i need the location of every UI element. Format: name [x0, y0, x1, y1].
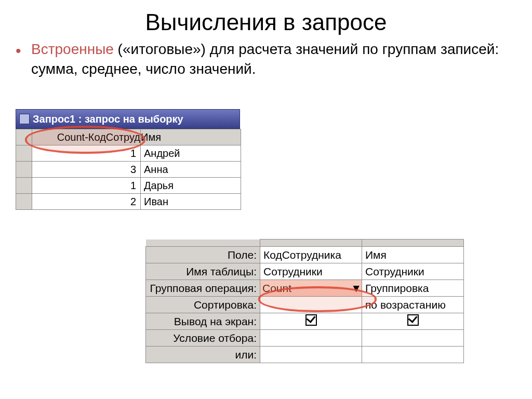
- design-cell-show[interactable]: [260, 313, 362, 330]
- table-row[interactable]: 3 Анна: [16, 162, 241, 178]
- row-selector-header[interactable]: [16, 129, 32, 145]
- window-titlebar: Запрос1 : запрос на выборку: [16, 109, 240, 129]
- column-selector[interactable]: [260, 240, 362, 247]
- row-selector[interactable]: [16, 178, 32, 194]
- table-row[interactable]: 2 Иван: [16, 194, 241, 210]
- cell-count: 1: [32, 178, 141, 194]
- chevron-down-icon[interactable]: ▼: [351, 282, 362, 295]
- cell-count: 2: [32, 194, 141, 210]
- row-label-sort: Сортировка:: [146, 297, 260, 313]
- row-label-criteria: Условие отбора:: [146, 330, 260, 347]
- design-cell-groupop[interactable]: Группировка: [362, 280, 464, 297]
- cell-name: Дарья: [141, 178, 241, 194]
- row-selector[interactable]: [16, 145, 32, 162]
- result-grid: Count-КодСотруд Имя 1 Андрей 3 Анна 1 Да…: [16, 129, 241, 210]
- column-header-count[interactable]: Count-КодСотруд: [32, 129, 141, 145]
- table-row[interactable]: 1 Андрей: [16, 145, 241, 162]
- row-label-table: Имя таблицы:: [146, 263, 260, 280]
- design-cell-show[interactable]: [362, 313, 464, 330]
- window-title-text: Запрос1 : запрос на выборку: [33, 113, 183, 125]
- checkbox-checked-icon[interactable]: [305, 314, 317, 326]
- checkbox-checked-icon[interactable]: [407, 314, 419, 326]
- cell-name: Анна: [141, 162, 241, 178]
- dropdown-value: Count: [260, 282, 291, 295]
- window-icon: [19, 114, 30, 124]
- row-label-field: Поле:: [146, 247, 260, 263]
- query-design-grid: Поле: КодСотрудника Имя Имя таблицы: Сот…: [145, 239, 464, 363]
- row-label-show: Вывод на экран:: [146, 313, 260, 330]
- bullet-lead: Встроенные: [31, 41, 114, 57]
- row-selector[interactable]: [16, 194, 32, 210]
- column-header-name[interactable]: Имя: [141, 129, 241, 145]
- design-cell-groupop-dropdown[interactable]: Count ▼: [260, 280, 362, 297]
- design-cell-table[interactable]: Сотрудники: [362, 263, 464, 280]
- row-label-groupop: Групповая операция:: [146, 280, 260, 297]
- row-selector[interactable]: [16, 162, 32, 178]
- row-label-or: или:: [146, 347, 260, 363]
- cell-name: Андрей: [141, 145, 241, 162]
- cell-name: Иван: [141, 194, 241, 210]
- design-cell-field[interactable]: КодСотрудника: [260, 247, 362, 263]
- design-cell-field[interactable]: Имя: [362, 247, 464, 263]
- cell-count: 3: [32, 162, 141, 178]
- design-cell-table[interactable]: Сотрудники: [260, 263, 362, 280]
- design-cell-or[interactable]: [260, 347, 362, 363]
- design-cell-criteria[interactable]: [362, 330, 464, 347]
- table-row[interactable]: 1 Дарья: [16, 178, 241, 194]
- design-cell-sort[interactable]: [260, 297, 362, 313]
- column-selector-row: [146, 240, 464, 247]
- slide-title: Вычисления в запросе: [0, 0, 532, 39]
- design-cell-sort[interactable]: по возрастанию: [362, 297, 464, 313]
- query-result-window: Запрос1 : запрос на выборку Count-КодСот…: [16, 109, 241, 210]
- column-selector[interactable]: [362, 240, 464, 247]
- cell-count: 1: [32, 145, 141, 162]
- bullet-text: Встроенные («итоговые») для расчета знач…: [0, 39, 532, 91]
- design-cell-or[interactable]: [362, 347, 464, 363]
- design-cell-criteria[interactable]: [260, 330, 362, 347]
